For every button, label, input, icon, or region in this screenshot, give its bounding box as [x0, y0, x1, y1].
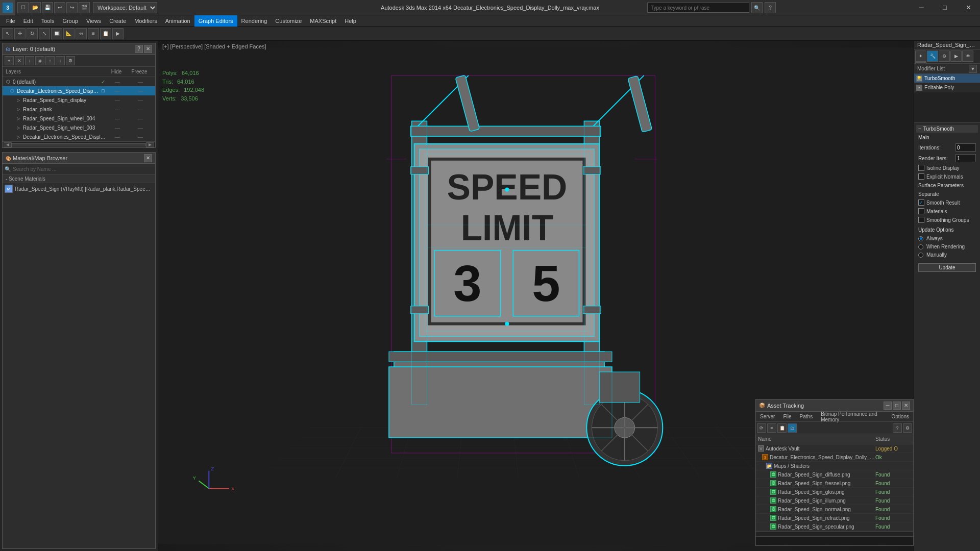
- modifier-list-dropdown[interactable]: ▼: [969, 65, 977, 73]
- select-btn[interactable]: ↖: [2, 28, 13, 39]
- layer-new-btn[interactable]: +: [5, 56, 14, 65]
- rt-motion-btn[interactable]: ▶: [950, 51, 962, 62]
- at-row-normal[interactable]: 🖼 Radar_Speed_Sign_normal.png Found: [756, 505, 913, 514]
- render-setup-btn[interactable]: 🎬: [79, 2, 90, 13]
- layer-row-wheel4[interactable]: ▷ Radar_Speed_Sign_wheel_004 — —: [3, 114, 155, 123]
- at-input-bar[interactable]: [756, 536, 913, 545]
- menu-tools[interactable]: Tools: [37, 15, 59, 27]
- material-item-radar[interactable]: M Radar_Speed_Sign (VRayMtl) [Radar_plan…: [3, 183, 155, 194]
- layer-row-wheel3[interactable]: ▷ Radar_Speed_Sign_wheel_003 — —: [3, 123, 155, 132]
- mirror-btn[interactable]: ⇔: [76, 28, 87, 39]
- at-scrollbar-h[interactable]: [756, 531, 913, 536]
- menu-graph-editors[interactable]: Graph Editors: [194, 15, 237, 27]
- rt-hierarchy-btn[interactable]: ⚙: [939, 51, 950, 62]
- layer-delete-btn[interactable]: ✕: [15, 56, 24, 65]
- layer-up-btn[interactable]: ↑: [45, 56, 55, 65]
- menu-help[interactable]: Help: [340, 15, 360, 27]
- at-row-illum[interactable]: 🖼 Radar_Speed_Sign_illum.png Found: [756, 496, 913, 505]
- menu-customize[interactable]: Customize: [271, 15, 306, 27]
- ts-isoline-checkbox[interactable]: [918, 165, 924, 171]
- minimize-btn[interactable]: ─: [910, 0, 933, 15]
- modifier-light-btn[interactable]: 💡: [916, 76, 922, 82]
- ts-update-btn[interactable]: Update: [918, 263, 976, 272]
- layer-scroll-right[interactable]: ▶: [146, 142, 154, 147]
- at-menu-file[interactable]: File: [779, 412, 795, 421]
- at-settings-btn[interactable]: ⚙: [903, 423, 912, 433]
- menu-modifiers[interactable]: Modifiers: [130, 15, 161, 27]
- at-row-max-file[interactable]: 3 Decatur_Electronics_Speed_Display_Doll…: [756, 453, 913, 462]
- layer-mgr-btn[interactable]: 📋: [100, 28, 111, 39]
- layer-row-plank[interactable]: ▷ Radar_plank — —: [3, 105, 155, 114]
- undo-btn[interactable]: ↩: [54, 2, 65, 13]
- modifier-turbosmooth[interactable]: 💡 TurboSmooth: [914, 74, 980, 83]
- at-menu-server[interactable]: Server: [756, 412, 779, 421]
- ts-materials-checkbox[interactable]: [918, 208, 924, 214]
- scale-btn[interactable]: ⤡: [39, 28, 50, 39]
- open-btn[interactable]: 📂: [30, 2, 41, 13]
- ts-explicit-checkbox[interactable]: [918, 173, 924, 180]
- at-row-diffuse[interactable]: 🖼 Radar_Speed_Sign_diffuse.png Found: [756, 470, 913, 479]
- align-btn[interactable]: ≡: [88, 28, 99, 39]
- restore-btn[interactable]: □: [933, 0, 957, 15]
- viewport-3d[interactable]: SPEED LIMIT 3 5: [158, 41, 914, 551]
- at-help-btn[interactable]: ?: [893, 423, 902, 433]
- rt-modify-btn[interactable]: 🔧: [927, 51, 938, 62]
- render-btn[interactable]: ▶: [112, 28, 124, 39]
- at-row-specular[interactable]: 🖼 Radar_Speed_Sign_specular.png Found: [756, 522, 913, 531]
- at-row-refract[interactable]: 🖼 Radar_Speed_Sign_refract.png Found: [756, 514, 913, 522]
- ts-iterations-input[interactable]: [955, 143, 976, 152]
- snap-btn[interactable]: 🔲: [51, 28, 62, 39]
- at-row-fresnel[interactable]: 🖼 Radar_Speed_Sign_fresnel.png Found: [756, 479, 913, 488]
- at-btn4[interactable]: 🗂: [788, 423, 797, 433]
- new-btn[interactable]: ☐: [17, 2, 29, 13]
- menu-edit[interactable]: Edit: [19, 15, 37, 27]
- at-restore-btn[interactable]: □: [893, 402, 901, 410]
- at-menu-paths[interactable]: Paths: [796, 412, 817, 421]
- layer-down-btn[interactable]: ↓: [56, 56, 65, 65]
- layer-select-btn[interactable]: ◈: [35, 56, 44, 65]
- layer-scroll-left[interactable]: ◀: [4, 142, 12, 147]
- menu-views[interactable]: Views: [82, 15, 105, 27]
- angle-snap-btn[interactable]: 📐: [63, 28, 75, 39]
- layer-row-sign-display[interactable]: ▷ Radar_Speed_Sign_display — —: [3, 95, 155, 105]
- layer-help-btn[interactable]: ?: [135, 45, 143, 53]
- redo-btn[interactable]: ↪: [66, 2, 78, 13]
- help-btn[interactable]: ?: [765, 2, 776, 13]
- save-btn[interactable]: 💾: [42, 2, 53, 13]
- material-close-btn[interactable]: ✕: [144, 154, 152, 162]
- at-btn1[interactable]: ⟳: [757, 423, 766, 433]
- at-menu-options[interactable]: Options: [888, 412, 913, 421]
- layer-row-dolly[interactable]: ▷ Decatur_Electronics_Speed_Display_Doll…: [3, 132, 155, 141]
- close-btn[interactable]: ✕: [957, 0, 980, 15]
- menu-create[interactable]: Create: [105, 15, 130, 27]
- layer-add-btn[interactable]: ↓: [25, 56, 34, 65]
- layer-scrollbar[interactable]: ◀ ▶: [3, 141, 155, 147]
- at-btn2[interactable]: ≡: [767, 423, 776, 433]
- menu-group[interactable]: Group: [58, 15, 82, 27]
- menu-file[interactable]: File: [2, 15, 19, 27]
- ts-smoothing-groups-checkbox[interactable]: [918, 217, 924, 223]
- menu-maxscript[interactable]: MAXScript: [306, 15, 340, 27]
- ts-smooth-result-checkbox[interactable]: ✓: [918, 199, 924, 206]
- rt-display-btn[interactable]: 👁: [962, 51, 973, 62]
- move-btn[interactable]: ✛: [14, 28, 26, 39]
- layer-settings-btn[interactable]: ⚙: [66, 56, 75, 65]
- workspace-select[interactable]: Workspace: DefaultWorkspace: Default: [93, 2, 157, 13]
- rt-create-btn[interactable]: ✦: [915, 51, 926, 62]
- layer-row-default[interactable]: ⬡ 0 (default) ✓ — —: [3, 77, 155, 86]
- at-row-vault[interactable]: V Autodesk Vault Logged O: [756, 444, 913, 453]
- rotate-btn[interactable]: ↻: [27, 28, 38, 39]
- at-close-btn[interactable]: ✕: [902, 402, 910, 410]
- ts-manually-radio[interactable]: [918, 253, 923, 258]
- ts-render-iters-input[interactable]: [955, 154, 976, 162]
- menu-animation[interactable]: Animation: [161, 15, 194, 27]
- layer-scrollbar-track[interactable]: [12, 143, 146, 146]
- search-input[interactable]: [647, 3, 749, 13]
- at-row-glos[interactable]: 🖼 Radar_Speed_Sign_glos.png Found: [756, 488, 913, 496]
- ts-when-rendering-radio[interactable]: [918, 244, 923, 249]
- at-row-maps-folder[interactable]: 📁 Maps / Shaders: [756, 462, 913, 470]
- layer-close-btn[interactable]: ✕: [144, 45, 152, 53]
- ts-always-radio[interactable]: [918, 236, 923, 241]
- search-btn[interactable]: 🔍: [751, 2, 763, 13]
- at-minimize-btn[interactable]: ─: [884, 402, 892, 410]
